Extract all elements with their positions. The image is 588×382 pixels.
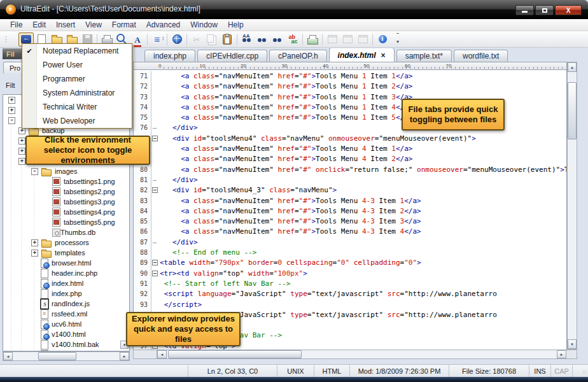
editor-vertical-scrollbar[interactable]: ▴ ▾: [567, 62, 577, 350]
tree-item-tabsettings3-png[interactable]: tabsettings3.png: [3, 197, 129, 207]
env-menu-item-programmer[interactable]: Programmer: [22, 72, 132, 86]
toolbar-options-button[interactable]: [390, 32, 405, 46]
toolbar-separator: [186, 34, 187, 45]
minimize-button[interactable]: [515, 5, 534, 15]
file-tab-index-html[interactable]: index.html×: [329, 48, 395, 62]
paste-icon: [223, 34, 232, 45]
toolbar-drag-handle[interactable]: ⋮: [3, 35, 10, 43]
tree-item-header-inc-php[interactable]: header.inc.php: [3, 268, 129, 278]
close-tab-icon[interactable]: ×: [381, 51, 386, 60]
fold-collapse-icon[interactable]: [152, 136, 158, 141]
tree-item-index-php[interactable]: index.php: [3, 288, 129, 299]
window-bottom-edge: [0, 377, 588, 382]
copy-button[interactable]: [204, 32, 220, 46]
cut-button[interactable]: [189, 32, 204, 46]
expand-icon[interactable]: +: [31, 239, 38, 246]
scroll-up-icon[interactable]: ▴: [568, 62, 577, 72]
folder-file-icon: [41, 251, 52, 258]
menu-edit[interactable]: Edit: [27, 19, 51, 31]
tile-windows-button[interactable]: [340, 32, 355, 46]
find-next-button[interactable]: [270, 32, 285, 46]
scroll-left-icon[interactable]: ◂: [3, 352, 13, 360]
word-wrap-button[interactable]: [150, 32, 165, 46]
env-menu-item-system-administrator[interactable]: System Administrator: [22, 86, 132, 100]
tree-item-tabsettings5-png[interactable]: tabsettings5.png: [3, 217, 129, 227]
file-tab-cipevhdler-cpp[interactable]: cIPEvHdler.cpp: [197, 50, 267, 62]
expand-icon[interactable]: +: [31, 250, 38, 257]
menu-help[interactable]: Help: [223, 19, 249, 31]
find-button[interactable]: [239, 32, 255, 46]
tree-item-ucv6-html[interactable]: ucv6.html: [3, 319, 129, 329]
tree-item-v1400-html-bak[interactable]: v1400.html.bak: [3, 339, 129, 350]
file-tab-wordfile-txt[interactable]: wordfile.txt: [454, 50, 508, 62]
status-syntax: HTML: [314, 365, 350, 377]
expand-icon[interactable]: +: [8, 107, 15, 114]
env-menu-item-power-user[interactable]: Power User: [22, 58, 132, 72]
xml-file-icon: [41, 309, 48, 319]
fold-collapse-icon[interactable]: [152, 260, 158, 265]
expand-icon[interactable]: +: [8, 97, 15, 104]
menu-format[interactable]: Format: [107, 19, 141, 31]
replace-button[interactable]: [285, 32, 300, 46]
sidebar-filter-label: Filt: [6, 81, 15, 89]
scroll-left-icon[interactable]: ◂: [157, 350, 167, 358]
browser-view-button[interactable]: [169, 32, 185, 46]
tree-item-tabsettings1-png[interactable]: tabsettings1.png: [3, 176, 129, 187]
expand-icon[interactable]: +: [18, 148, 25, 155]
close-button[interactable]: X: [555, 5, 582, 15]
img-file-icon: [52, 177, 60, 186]
expand-icon[interactable]: +: [18, 158, 25, 165]
tree-horizontal-scrollbar[interactable]: ◂ ▸: [3, 351, 130, 361]
file-tab-index-php[interactable]: index.php: [144, 50, 195, 62]
code-text: <a class="navMenuItem" href="#">Tools Me…: [160, 71, 412, 81]
scroll-right-icon[interactable]: ▸: [557, 350, 566, 358]
tree-item-randindex-js[interactable]: randIndex.js: [3, 299, 129, 309]
fold-collapse-icon[interactable]: [152, 187, 158, 193]
editor-horizontal-scrollbar[interactable]: ◂ ▸: [133, 350, 577, 359]
collapse-icon[interactable]: -: [8, 117, 15, 124]
tree-item-v1400-html[interactable]: v1400.html: [3, 329, 129, 339]
menu-advanced[interactable]: Advanced: [141, 19, 185, 31]
tree-item-browser-html[interactable]: browser.html: [3, 258, 129, 268]
find-prev-button[interactable]: [255, 32, 270, 46]
scroll-down-icon[interactable]: ▾: [568, 339, 577, 349]
menu-window[interactable]: Window: [185, 19, 223, 31]
file-tab-sample-txt[interactable]: sample.txt*: [396, 50, 452, 62]
tree-item-tabsettings4-png[interactable]: tabsettings4.png: [3, 207, 129, 217]
tree-item-thumbs-db[interactable]: Thumbs.db: [3, 227, 129, 237]
arrange-windows-button[interactable]: [355, 32, 370, 46]
expand-icon[interactable]: +: [18, 138, 25, 145]
scrollbar-thumb[interactable]: [168, 350, 302, 358]
menu-insert[interactable]: Insert: [51, 19, 80, 31]
tree-item-tabsettings2-png[interactable]: tabsettings2.png: [3, 187, 129, 197]
menu-view[interactable]: View: [80, 19, 107, 31]
code-line-79: 79 <a class="navMenuItem" href="#">Tools…: [134, 154, 566, 164]
fold-collapse-icon[interactable]: [152, 271, 158, 276]
about-button[interactable]: [375, 32, 390, 46]
scrollbar-thumb[interactable]: [568, 82, 577, 139]
env-menu-item-notepad-replacement[interactable]: ✔Notepad Replacement: [22, 44, 132, 58]
maximize-button[interactable]: [535, 5, 554, 15]
menu-file[interactable]: File: [5, 19, 27, 31]
cascade-windows-button[interactable]: [325, 32, 340, 46]
tree-item-templates[interactable]: +templates: [3, 248, 129, 258]
tree-item-index-html[interactable]: index.html: [3, 278, 129, 288]
paste-button[interactable]: [220, 32, 235, 46]
reformat-button[interactable]: [305, 32, 320, 46]
resize-grip[interactable]: ∷: [573, 365, 588, 377]
tree-item-processors[interactable]: +processors: [3, 237, 129, 248]
maximize-icon: [542, 8, 547, 13]
file-tab-cpanelop-h[interactable]: cPanelOP.h: [269, 50, 327, 62]
tree-item-images[interactable]: -images: [3, 166, 129, 176]
scroll-right-icon[interactable]: ▸: [120, 352, 129, 360]
env-menu-item-technical-writer[interactable]: Technical Writer: [22, 100, 132, 114]
line-number: 85: [134, 216, 151, 227]
env-menu-item-web-developer[interactable]: Web Developer: [22, 114, 132, 128]
collapse-icon[interactable]: -: [31, 168, 38, 175]
line-number: 89: [134, 258, 151, 268]
code-text: </div>: [160, 175, 198, 185]
code-line-88: 88 <!-- End of menu -->: [134, 248, 566, 258]
tree-item-rssfeed-xml[interactable]: rssfeed.xml: [3, 309, 129, 319]
scrollbar-thumb[interactable]: [38, 352, 76, 360]
line-number: 80: [134, 165, 151, 175]
